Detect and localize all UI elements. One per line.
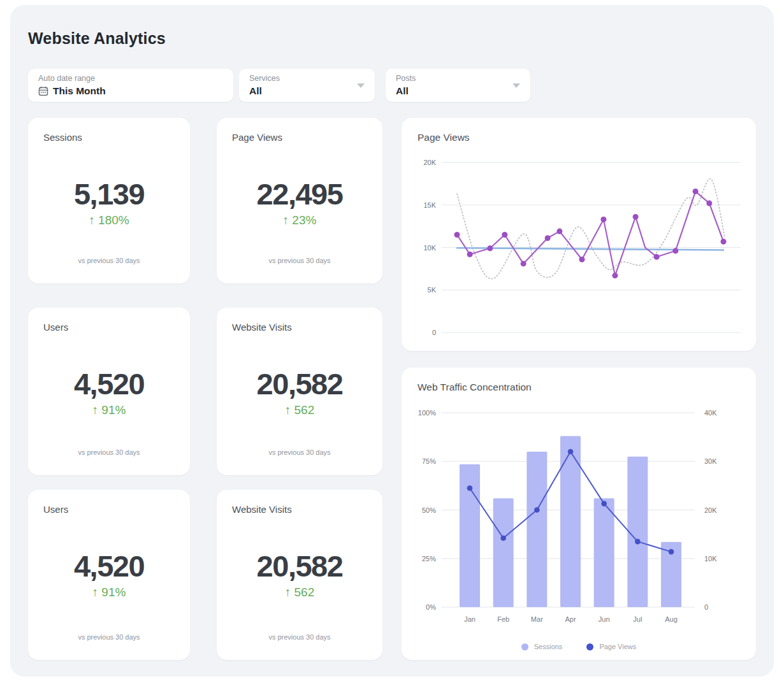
svg-text:0: 0 <box>432 329 436 336</box>
pageviews-chart-card: Page Views 20K15K10K5K0 <box>402 118 756 351</box>
services-value: All <box>249 85 262 97</box>
calendar-icon <box>38 86 48 96</box>
svg-text:Jun: Jun <box>599 615 610 623</box>
kpi-caption: vs previous 30 days <box>217 448 382 456</box>
kpi-card-users: Users 4,520 ↑ 91% vs previous 30 days <box>28 308 190 475</box>
svg-text:25%: 25% <box>422 555 436 563</box>
kpi-card-sessions: Sessions 5,139 ↑ 180% vs previous 30 day… <box>28 118 190 283</box>
kpi-change: ↑ 23% <box>217 213 382 227</box>
kpi-label: Users <box>43 504 68 515</box>
kpi-card-users-2: Users 4,520 ↑ 91% vs previous 30 days <box>28 490 190 660</box>
svg-text:10K: 10K <box>704 555 717 563</box>
legend-item-pageviews[interactable]: Page Views <box>586 643 636 650</box>
posts-label: Posts <box>396 74 416 83</box>
legend-label: Page Views <box>599 643 636 650</box>
kpi-label: Page Views <box>232 132 282 143</box>
svg-text:50%: 50% <box>422 506 436 514</box>
kpi-label: Website Visits <box>232 322 292 333</box>
kpi-change: ↑ 91% <box>28 403 190 417</box>
kpi-change: ↑ 562 <box>217 585 382 599</box>
kpi-card-website-visits: Website Visits 20,582 ↑ 562 vs previous … <box>217 308 382 475</box>
date-range-filter[interactable]: Auto date range This Month <box>28 69 233 102</box>
svg-text:20K: 20K <box>423 159 436 166</box>
svg-text:100%: 100% <box>418 409 436 417</box>
services-filter[interactable]: Services All <box>239 69 375 102</box>
page-title: Website Analytics <box>28 29 166 48</box>
kpi-caption: vs previous 30 days <box>28 633 190 641</box>
services-label: Services <box>249 74 280 83</box>
svg-text:0%: 0% <box>426 603 436 611</box>
posts-value: All <box>396 85 409 97</box>
kpi-change: ↑ 180% <box>28 213 190 227</box>
svg-text:Mar: Mar <box>531 615 543 623</box>
legend-item-sessions[interactable]: Sessions <box>521 643 563 650</box>
kpi-value: 22,495 <box>217 176 382 211</box>
svg-text:Apr: Apr <box>565 615 576 623</box>
kpi-change: ↑ 562 <box>217 403 382 417</box>
svg-text:Jan: Jan <box>464 615 475 623</box>
web-traffic-chart-card: Web Traffic Concentration 100%40K75%30K5… <box>402 368 756 660</box>
dashboard-panel: Website Analytics Auto date range This M… <box>10 5 774 677</box>
date-range-value: This Month <box>53 85 106 97</box>
svg-text:10K: 10K <box>423 244 436 252</box>
chart-legend: Sessions Page Views <box>402 643 756 650</box>
svg-text:75%: 75% <box>422 457 436 465</box>
svg-text:40K: 40K <box>704 409 717 417</box>
kpi-card-pageviews: Page Views 22,495 ↑ 23% vs previous 30 d… <box>217 118 382 283</box>
date-range-label: Auto date range <box>38 74 95 83</box>
chevron-down-icon <box>512 83 520 88</box>
kpi-value: 4,520 <box>28 366 190 401</box>
kpi-value: 20,582 <box>217 548 382 584</box>
kpi-caption: vs previous 30 days <box>28 257 190 264</box>
kpi-caption: vs previous 30 days <box>217 633 382 641</box>
kpi-label: Sessions <box>43 132 82 143</box>
kpi-value: 4,520 <box>28 548 190 584</box>
web-traffic-chart: 100%40K75%30K50%20K25%10K0%0JanFebMarApr… <box>402 368 756 660</box>
svg-text:30K: 30K <box>704 457 717 465</box>
pageviews-line-chart: 20K15K10K5K0 <box>402 118 756 351</box>
kpi-value: 20,582 <box>217 366 382 401</box>
kpi-label: Website Visits <box>232 504 292 515</box>
chevron-down-icon <box>357 83 365 88</box>
sessions-legend-dot <box>521 643 528 650</box>
pageviews-legend-dot <box>586 643 593 650</box>
svg-text:Aug: Aug <box>665 615 678 623</box>
kpi-caption: vs previous 30 days <box>28 448 190 456</box>
legend-label: Sessions <box>534 643 563 650</box>
posts-filter[interactable]: Posts All <box>386 69 530 102</box>
kpi-value: 5,139 <box>28 176 190 211</box>
kpi-label: Users <box>43 322 68 333</box>
kpi-card-website-visits-2: Website Visits 20,582 ↑ 562 vs previous … <box>217 490 382 660</box>
svg-text:Feb: Feb <box>497 615 509 623</box>
svg-text:0: 0 <box>704 603 708 611</box>
svg-text:Jul: Jul <box>633 615 642 623</box>
kpi-change: ↑ 91% <box>28 585 190 599</box>
svg-text:20K: 20K <box>704 506 717 514</box>
svg-text:15K: 15K <box>423 201 436 209</box>
svg-text:5K: 5K <box>428 286 437 294</box>
kpi-caption: vs previous 30 days <box>217 257 382 264</box>
